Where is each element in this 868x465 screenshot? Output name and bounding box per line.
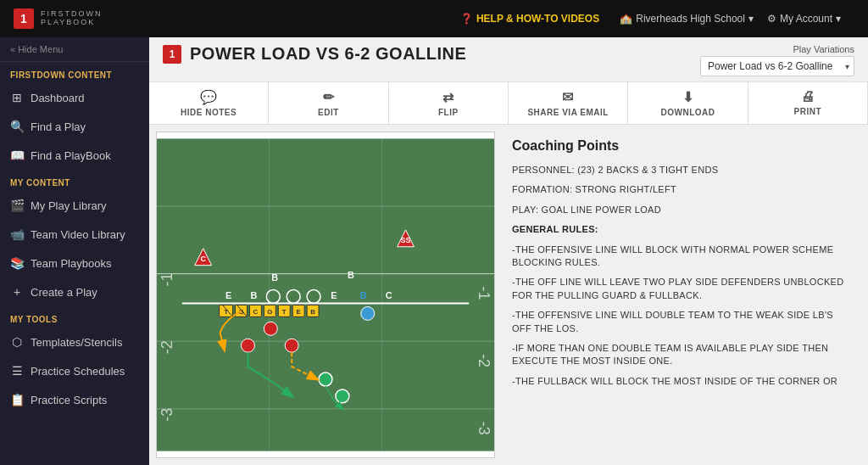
stencil-icon: ⬡ xyxy=(10,335,24,349)
content-area: 1 POWER LOAD VS 6-2 GOALLINE Play Variat… xyxy=(149,37,868,465)
svg-point-46 xyxy=(336,389,349,403)
page-title: POWER LOAD VS 6-2 GOALLINE xyxy=(190,44,466,64)
play-variations-box: Play Variations Power Load vs 6-2 Goalli… xyxy=(700,44,854,76)
sidebar-item-create-play[interactable]: + Create a Play xyxy=(0,277,149,306)
svg-text:B: B xyxy=(250,290,257,300)
email-icon: ✉ xyxy=(562,89,574,105)
question-icon: ❓ xyxy=(460,13,473,25)
svg-point-47 xyxy=(361,306,375,320)
chevron-down-icon: ▾ xyxy=(748,13,754,25)
sidebar-item-find-play[interactable]: 🔍 Find a Play xyxy=(0,112,149,141)
svg-point-43 xyxy=(242,339,255,352)
flip-icon: ⇄ xyxy=(442,89,454,105)
play-body: -1 -2 -3 -1 -2 -3 C SS xyxy=(149,125,868,465)
share-email-label: SHARE VIA EMAIL xyxy=(527,108,608,117)
svg-text:B: B xyxy=(310,308,315,316)
playbook-icon: 📚 xyxy=(10,256,24,270)
svg-text:-2: -2 xyxy=(159,340,175,354)
flip-label: FLIP xyxy=(438,108,459,117)
flip-button[interactable]: ⇄ FLIP xyxy=(389,82,509,124)
top-navigation: 1 FIRSTDOWN PLAYBOOK ❓ HELP & HOW-TO VID… xyxy=(0,0,868,37)
camera-icon: 📹 xyxy=(10,227,24,241)
search-icon: 🔍 xyxy=(10,120,24,133)
svg-point-42 xyxy=(264,322,277,335)
sidebar-item-label: Create a Play xyxy=(31,286,97,299)
logo-text: FIRSTDOWN PLAYBOOK xyxy=(41,10,103,27)
svg-text:G: G xyxy=(267,308,272,316)
sidebar-item-label: Dashboard xyxy=(31,92,85,104)
svg-text:B: B xyxy=(360,290,367,300)
svg-text:C: C xyxy=(253,308,259,316)
sidebar-item-label: Team Playbooks xyxy=(31,257,111,270)
logo: 1 FIRSTDOWN PLAYBOOK xyxy=(14,8,103,29)
book-icon: 📖 xyxy=(10,148,24,162)
sidebar-item-label: Templates/Stencils xyxy=(31,336,122,349)
play-toolbar: 💬 HIDE NOTES ✏ EDIT ⇄ FLIP ✉ SHARE VIA E… xyxy=(149,81,868,125)
svg-text:E: E xyxy=(225,290,231,300)
play-badge: 1 xyxy=(163,45,181,64)
svg-text:-1: -1 xyxy=(476,287,492,300)
share-email-button[interactable]: ✉ SHARE VIA EMAIL xyxy=(509,82,628,124)
svg-text:C: C xyxy=(200,255,206,263)
sidebar-item-practice-schedules[interactable]: ☰ Practice Schedules xyxy=(0,356,149,385)
sidebar-item-play-library[interactable]: 🎬 My Play Library xyxy=(0,191,149,220)
print-button[interactable]: 🖨 PRINT xyxy=(748,82,868,124)
sidebar-item-video-library[interactable]: 📹 Team Video Library xyxy=(0,220,149,249)
notes-icon: 💬 xyxy=(200,89,218,105)
sidebar-item-label: Practice Scripts xyxy=(31,394,107,406)
school-selector[interactable]: 🏫 Riverheads High School ▾ xyxy=(620,13,754,25)
gear-icon: ⚙ xyxy=(767,13,776,25)
svg-text:E: E xyxy=(331,290,337,300)
diagram-svg: -1 -2 -3 -1 -2 -3 C SS xyxy=(157,132,494,457)
plus-icon: + xyxy=(10,285,24,299)
print-label: PRINT xyxy=(794,107,822,116)
svg-text:T: T xyxy=(282,308,287,316)
play-variations-select[interactable]: Power Load vs 6-2 Goalline xyxy=(700,56,854,76)
edit-icon: ✏ xyxy=(323,89,335,105)
school-icon: 🏫 xyxy=(620,13,632,25)
play-diagram: -1 -2 -3 -1 -2 -3 C SS xyxy=(156,132,495,458)
coaching-point: -THE FULLBACK WILL BLOCK THE MOST INSIDE… xyxy=(512,375,851,388)
my-content-section-label: MY CONTENT xyxy=(0,170,149,191)
coaching-point: GENERAL RULES: xyxy=(512,223,851,236)
svg-point-45 xyxy=(319,373,332,386)
edit-button[interactable]: ✏ EDIT xyxy=(269,82,388,124)
svg-text:-3: -3 xyxy=(476,422,492,435)
logo-badge: 1 xyxy=(14,8,34,29)
sidebar-item-dashboard[interactable]: ⊞ Dashboard xyxy=(0,83,149,112)
help-videos-link[interactable]: ❓ HELP & HOW-TO VIDEOS xyxy=(460,13,599,25)
sidebar-item-templates[interactable]: ⬡ Templates/Stencils xyxy=(0,328,149,356)
sidebar-item-team-playbooks[interactable]: 📚 Team Playbooks xyxy=(0,249,149,277)
coaching-point: -THE OFFENSIVE LINE WILL BLOCK WITH NORM… xyxy=(512,244,851,270)
svg-rect-0 xyxy=(157,138,494,451)
my-tools-section-label: MY TOOLS xyxy=(0,306,149,328)
sidebar-item-label: Find a Play xyxy=(31,120,86,133)
svg-text:B: B xyxy=(271,272,278,283)
hide-notes-label: HIDE NOTES xyxy=(181,108,236,117)
sidebar-item-label: Practice Schedules xyxy=(31,365,125,378)
download-label: DOWNLOAD xyxy=(660,108,715,117)
sidebar: « Hide Menu FIRSTDOWN CONTENT ⊞ Dashboar… xyxy=(0,37,149,465)
play-header: 1 POWER LOAD VS 6-2 GOALLINE Play Variat… xyxy=(149,37,868,76)
hide-notes-button[interactable]: 💬 HIDE NOTES xyxy=(149,82,269,124)
coaching-point: PLAY: GOAL LINE POWER LOAD xyxy=(512,204,851,216)
hide-menu-button[interactable]: « Hide Menu xyxy=(0,37,149,62)
play-title-row: 1 POWER LOAD VS 6-2 GOALLINE xyxy=(163,44,466,64)
svg-text:-3: -3 xyxy=(159,408,175,422)
svg-text:B: B xyxy=(348,270,354,280)
sidebar-item-find-playbook[interactable]: 📖 Find a PlayBook xyxy=(0,141,149,170)
print-icon: 🖨 xyxy=(801,89,815,104)
download-button[interactable]: ⬇ DOWNLOAD xyxy=(628,82,748,124)
coaching-point: PERSONNEL: (23) 2 BACKS & 3 TIGHT ENDS xyxy=(512,164,851,176)
dashboard-icon: ⊞ xyxy=(10,91,24,104)
svg-text:C: C xyxy=(386,290,392,300)
chevron-down-icon: ▾ xyxy=(836,13,841,25)
account-menu[interactable]: ⚙ My Account ▾ xyxy=(767,13,841,25)
coaching-point: FORMATION: STRONG RIGHT/LEFT xyxy=(512,183,851,196)
video-icon: 🎬 xyxy=(10,199,24,212)
play-variations-wrapper[interactable]: Power Load vs 6-2 Goalline xyxy=(700,56,854,76)
coaching-point: -THE OFF LINE WILL LEAVE TWO PLAY SIDE D… xyxy=(512,276,851,302)
sidebar-item-practice-scripts[interactable]: 📋 Practice Scripts xyxy=(0,385,149,414)
coaching-point: -IF MORE THAN ONE DOUBLE TEAM IS AVAILAB… xyxy=(512,342,851,368)
script-icon: 📋 xyxy=(10,393,24,406)
